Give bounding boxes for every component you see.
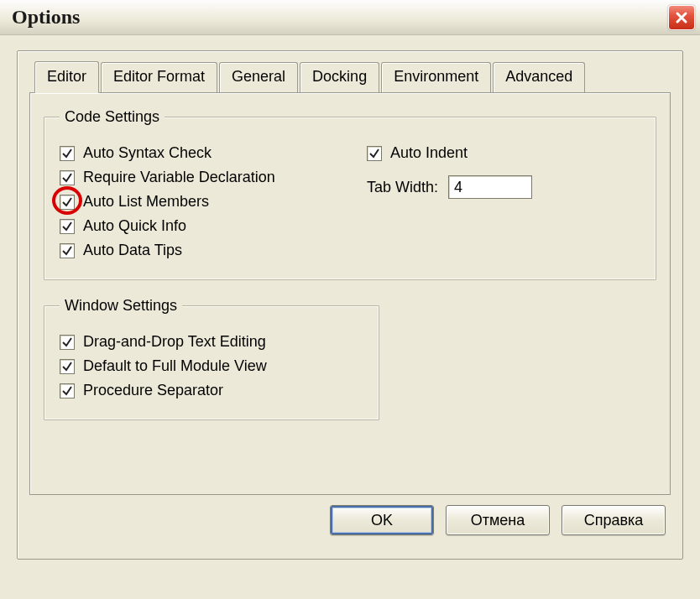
- ok-button[interactable]: OK: [330, 505, 434, 535]
- checkbox-icon: [60, 146, 75, 161]
- checkbox-require-variable-declaration[interactable]: Require Variable Declaration: [60, 169, 333, 186]
- help-button[interactable]: Справка: [562, 505, 666, 535]
- checkbox-label: Auto List Members: [83, 193, 209, 211]
- checkbox-label: Drag-and-Drop Text Editing: [83, 333, 266, 351]
- tab-general[interactable]: General: [219, 62, 298, 94]
- tab-editor-format[interactable]: Editor Format: [101, 62, 217, 94]
- checkbox-auto-list-members[interactable]: Auto List Members: [60, 193, 333, 211]
- close-icon: [675, 11, 688, 24]
- checkbox-label: Auto Syntax Check: [83, 144, 212, 162]
- group-code-settings: Code Settings Auto Syntax Check: [44, 108, 656, 280]
- checkbox-icon: [367, 146, 382, 161]
- tab-width-label: Tab Width:: [367, 179, 438, 196]
- dialog-body: Editor Editor Format General Docking Env…: [0, 35, 700, 568]
- tab-advanced[interactable]: Advanced: [493, 62, 585, 94]
- checkbox-drag-and-drop[interactable]: Drag-and-Drop Text Editing: [60, 333, 363, 351]
- tab-docking[interactable]: Docking: [300, 62, 379, 94]
- checkbox-auto-quick-info[interactable]: Auto Quick Info: [60, 217, 333, 235]
- checkbox-label: Auto Data Tips: [83, 242, 182, 259]
- close-button[interactable]: [668, 5, 695, 30]
- checkbox-icon: [60, 170, 75, 185]
- checkbox-label: Auto Indent: [390, 144, 468, 162]
- cancel-button[interactable]: Отмена: [446, 505, 550, 535]
- dialog-button-row: OK Отмена Справка: [29, 495, 671, 540]
- checkbox-label: Default to Full Module View: [83, 357, 267, 375]
- tab-strip: Editor Editor Format General Docking Env…: [29, 61, 671, 93]
- checkbox-icon: [60, 383, 75, 398]
- tab-width-input[interactable]: [448, 175, 532, 199]
- checkbox-icon: [60, 195, 75, 210]
- checkbox-icon: [60, 335, 75, 350]
- titlebar: Options: [0, 0, 700, 35]
- tab-environment[interactable]: Environment: [381, 62, 491, 94]
- tab-width-row: Tab Width:: [367, 175, 640, 199]
- checkbox-full-module-view[interactable]: Default to Full Module View: [60, 357, 363, 375]
- group-window-settings: Window Settings Drag-and-Drop Text Editi…: [44, 297, 379, 420]
- window-title: Options: [12, 6, 80, 29]
- checkbox-auto-syntax-check[interactable]: Auto Syntax Check: [60, 144, 333, 162]
- checkbox-label: Procedure Separator: [83, 382, 223, 399]
- checkbox-auto-indent[interactable]: Auto Indent: [367, 144, 640, 162]
- checkbox-icon: [60, 359, 75, 374]
- checkbox-icon: [60, 243, 75, 258]
- checkbox-label: Require Variable Declaration: [83, 169, 275, 186]
- tab-content-editor: Code Settings Auto Syntax Check: [29, 92, 671, 495]
- dialog-panel: Editor Editor Format General Docking Env…: [17, 50, 683, 560]
- group-window-settings-legend: Window Settings: [60, 297, 182, 315]
- checkbox-auto-data-tips[interactable]: Auto Data Tips: [60, 242, 333, 259]
- checkbox-icon: [60, 219, 75, 234]
- tab-editor[interactable]: Editor: [34, 61, 99, 93]
- group-code-settings-legend: Code Settings: [60, 108, 165, 126]
- checkbox-procedure-separator[interactable]: Procedure Separator: [60, 382, 363, 399]
- checkbox-label: Auto Quick Info: [83, 217, 186, 235]
